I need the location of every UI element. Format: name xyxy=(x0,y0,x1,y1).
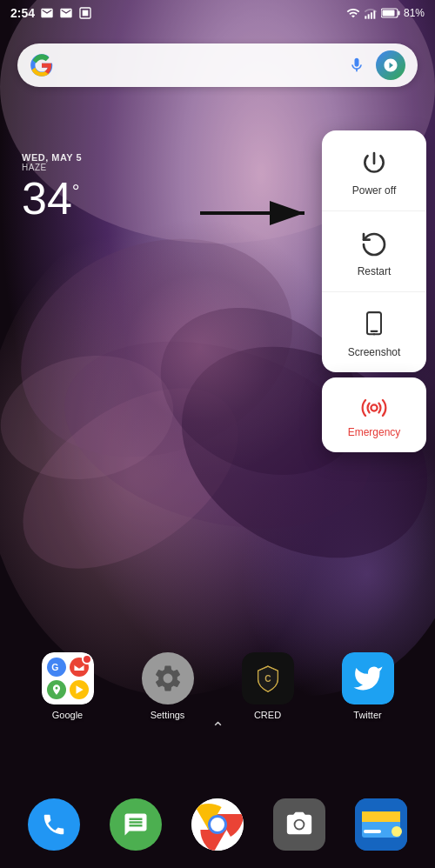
signal-icon xyxy=(364,6,378,20)
twitter-icon-wrap xyxy=(342,652,394,704)
status-time: 2:54 xyxy=(10,6,35,20)
emergency-section: Emergency xyxy=(322,377,426,452)
google-g-logo xyxy=(30,53,54,77)
status-left: 2:54 xyxy=(10,6,92,20)
battery-text: 81% xyxy=(404,7,425,19)
gmail2-icon xyxy=(59,6,73,20)
emergency-label: Emergency xyxy=(348,426,401,438)
svg-point-30 xyxy=(211,818,224,831)
play-sub xyxy=(70,680,89,699)
cred-icon-img: C xyxy=(242,652,294,704)
power-menu: Power off Restart Screenshot xyxy=(322,130,426,452)
camera-icon-wrap xyxy=(273,798,325,851)
gmail-icon xyxy=(40,6,54,20)
app-row: G Google Set xyxy=(0,652,435,720)
weather-widget: WED, MAY 5 HAZE 34° xyxy=(22,152,82,221)
power-menu-main: Power off Restart Screenshot xyxy=(322,130,426,372)
screenshot-label: Screenshot xyxy=(348,346,401,358)
svg-text:C: C xyxy=(264,674,271,684)
bottom-dock xyxy=(0,798,435,851)
weather-temperature: 34° xyxy=(22,176,82,221)
lens-icon[interactable] xyxy=(376,50,405,80)
google-g-sub: G xyxy=(47,658,66,677)
svg-point-23 xyxy=(373,333,375,335)
svg-rect-33 xyxy=(362,811,400,822)
weather-date: WED, MAY 5 xyxy=(22,152,82,163)
settings-label: Settings xyxy=(151,710,185,720)
svg-point-34 xyxy=(392,826,402,837)
svg-point-24 xyxy=(371,404,377,411)
wallet-icon-wrap xyxy=(355,798,407,851)
svg-rect-17 xyxy=(398,11,399,16)
phone-app[interactable] xyxy=(28,798,80,851)
restart-icon xyxy=(358,229,390,260)
twitter-label: Twitter xyxy=(353,710,381,720)
power-off-label: Power off xyxy=(352,184,396,197)
svg-rect-15 xyxy=(373,10,375,18)
maps-sub xyxy=(47,680,66,699)
messages-app[interactable] xyxy=(110,798,162,851)
google-icon-img: G xyxy=(42,652,94,704)
emergency-button[interactable]: Emergency xyxy=(322,377,426,452)
settings-icon-wrap xyxy=(142,652,194,704)
svg-rect-35 xyxy=(364,830,381,833)
svg-rect-12 xyxy=(365,16,366,18)
status-right: 81% xyxy=(346,6,425,20)
microphone-icon[interactable] xyxy=(345,53,369,77)
chrome-app[interactable] xyxy=(191,798,244,851)
svg-rect-11 xyxy=(83,10,89,17)
arrow-indicator xyxy=(191,196,322,230)
svg-rect-18 xyxy=(382,10,394,17)
restart-button[interactable]: Restart xyxy=(322,211,426,292)
cred-app[interactable]: C CRED xyxy=(242,652,294,720)
notification-icon xyxy=(78,6,92,20)
restart-label: Restart xyxy=(358,265,392,277)
google-label: Google xyxy=(52,710,83,720)
wifi-icon xyxy=(346,6,360,20)
google-cluster: G xyxy=(42,652,94,704)
twitter-app[interactable]: Twitter xyxy=(342,652,394,720)
weather-condition: HAZE xyxy=(22,163,82,172)
chrome-icon-wrap xyxy=(191,798,244,851)
screenshot-button[interactable]: Screenshot xyxy=(322,292,426,372)
battery-icon xyxy=(381,8,400,18)
svg-rect-14 xyxy=(371,12,372,18)
power-off-icon xyxy=(358,148,390,179)
messages-icon-wrap xyxy=(110,798,162,851)
settings-icon-img xyxy=(142,652,194,704)
twitter-icon-img xyxy=(342,652,394,704)
svg-rect-13 xyxy=(368,14,370,18)
svg-text:G: G xyxy=(51,662,58,672)
screenshot-icon xyxy=(358,310,390,341)
power-off-button[interactable]: Power off xyxy=(322,130,426,211)
camera-app[interactable] xyxy=(273,798,325,851)
status-bar: 2:54 81% xyxy=(0,0,435,26)
search-bar[interactable] xyxy=(17,43,418,87)
wallet-app[interactable] xyxy=(355,798,407,851)
phone-icon-wrap xyxy=(28,798,80,851)
emergency-icon xyxy=(358,395,390,421)
swipe-up-indicator: ⌃ xyxy=(211,718,224,738)
cred-icon-wrap: C xyxy=(242,652,294,704)
cred-label: CRED xyxy=(254,710,281,720)
notification-dot xyxy=(82,654,92,664)
settings-app[interactable]: Settings xyxy=(142,652,194,720)
google-app[interactable]: G Google xyxy=(42,652,94,720)
